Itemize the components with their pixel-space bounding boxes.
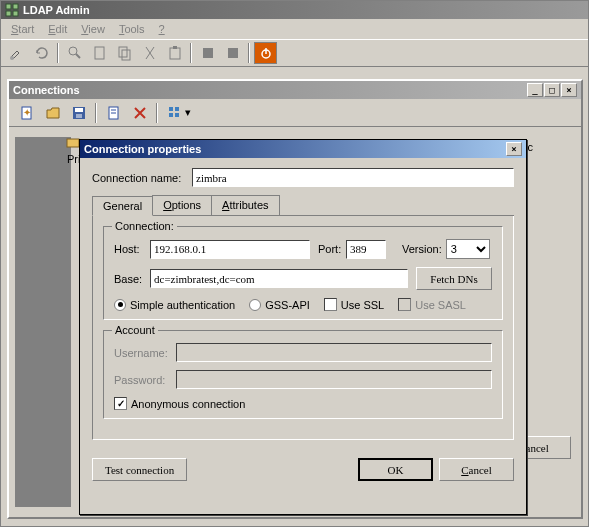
separator: [156, 103, 158, 123]
minimize-button[interactable]: _: [527, 83, 543, 97]
menu-start[interactable]: Start: [5, 21, 40, 37]
port-label: Port:: [318, 243, 346, 255]
account-legend: Account: [112, 324, 158, 336]
test-connection-button[interactable]: Test connection: [92, 458, 187, 481]
new-conn-icon[interactable]: ✦: [15, 102, 38, 124]
tb-search-icon[interactable]: [63, 42, 86, 64]
svg-point-4: [10, 56, 14, 60]
tb-power-icon[interactable]: [254, 42, 277, 64]
svg-rect-11: [173, 46, 177, 49]
anonymous-checkbox[interactable]: Anonymous connection: [114, 397, 245, 410]
connection-name-input[interactable]: [192, 168, 514, 187]
delete-icon[interactable]: [128, 102, 151, 124]
separator: [190, 43, 192, 63]
tb-stop2-icon[interactable]: [221, 42, 244, 64]
tabs: General Options Attributes: [92, 195, 514, 216]
tab-panel-general: Connection: Host: Port: Version: 3 Base:: [92, 216, 514, 440]
base-label: Base:: [114, 273, 150, 285]
svg-rect-9: [122, 50, 130, 60]
use-sasl-label: Use SASL: [415, 299, 466, 311]
close-button[interactable]: ×: [561, 83, 577, 97]
main-window: LDAP Admin Start Edit View Tools ? Conne…: [0, 0, 589, 527]
dialog-close-button[interactable]: ×: [506, 142, 522, 156]
anonymous-label: Anonymous connection: [131, 398, 245, 410]
ok-button[interactable]: OK: [358, 458, 433, 481]
dialog-title: Connection properties: [84, 143, 201, 155]
tb-connect-icon[interactable]: [5, 42, 28, 64]
separator: [57, 43, 59, 63]
base-input[interactable]: [150, 269, 408, 288]
menu-view[interactable]: View: [75, 21, 111, 37]
svg-point-5: [69, 47, 77, 55]
view-grid-icon[interactable]: ▾: [163, 102, 195, 124]
use-ssl-checkbox[interactable]: Use SSL: [324, 298, 384, 311]
svg-rect-8: [119, 47, 127, 57]
dialog-buttons: Test connection OK Cancel: [80, 450, 526, 491]
username-label: Username:: [114, 347, 176, 359]
checkbox-icon: [398, 298, 411, 311]
svg-rect-2: [6, 11, 11, 16]
connection-legend: Connection:: [112, 220, 177, 232]
connections-title: Connections: [13, 84, 80, 96]
tab-options[interactable]: Options: [152, 195, 212, 215]
connections-titlebar: Connections _ □ ×: [9, 81, 581, 99]
tab-attributes[interactable]: Attributes: [211, 195, 279, 215]
tb-cut-icon[interactable]: [138, 42, 161, 64]
tb-copy-icon[interactable]: [113, 42, 136, 64]
separator: [248, 43, 250, 63]
radio-dot-icon: [249, 299, 261, 311]
fetch-dns-button[interactable]: Fetch DNs: [416, 267, 492, 290]
svg-rect-30: [67, 139, 79, 147]
menu-edit[interactable]: Edit: [42, 21, 73, 37]
menu-tools[interactable]: Tools: [113, 21, 151, 37]
host-input[interactable]: [150, 240, 310, 259]
maximize-button[interactable]: □: [544, 83, 560, 97]
radio-dot-icon: [114, 299, 126, 311]
svg-rect-26: [169, 107, 173, 111]
svg-rect-29: [175, 113, 179, 117]
svg-rect-22: [76, 114, 82, 118]
svg-rect-27: [175, 107, 179, 111]
version-label: Version:: [402, 243, 442, 255]
dialog-titlebar: Connection properties ×: [80, 140, 526, 158]
use-ssl-label: Use SSL: [341, 299, 384, 311]
connection-properties-dialog: Connection properties × Connection name:…: [79, 139, 527, 515]
tb-stop1-icon[interactable]: [196, 42, 219, 64]
svg-line-6: [76, 54, 80, 58]
cancel-button[interactable]: Cancel: [439, 458, 514, 481]
tb-refresh-icon[interactable]: [30, 42, 53, 64]
separator: [95, 103, 97, 123]
port-input[interactable]: [346, 240, 386, 259]
svg-text:✦: ✦: [23, 107, 31, 118]
use-sasl-checkbox: Use SASL: [398, 298, 466, 311]
checkbox-icon: [114, 397, 127, 410]
checkbox-icon: [324, 298, 337, 311]
save-disk-icon[interactable]: [67, 102, 90, 124]
auth-simple-radio[interactable]: Simple authentication: [114, 299, 235, 311]
open-folder-icon[interactable]: [41, 102, 64, 124]
main-toolbar: [1, 39, 588, 67]
svg-rect-21: [75, 108, 83, 112]
username-input: [176, 343, 492, 362]
tab-general[interactable]: General: [92, 196, 153, 216]
connection-name-label: Connection name:: [92, 172, 192, 184]
password-input: [176, 370, 492, 389]
svg-rect-1: [13, 4, 18, 9]
account-group: Account Username: Password: Anonymous co…: [103, 330, 503, 419]
app-title: LDAP Admin: [23, 4, 90, 16]
connection-group: Connection: Host: Port: Version: 3 Base:: [103, 226, 503, 320]
svg-rect-3: [13, 11, 18, 16]
left-pane: [15, 137, 71, 507]
version-select[interactable]: 3: [446, 239, 490, 259]
host-label: Host:: [114, 243, 150, 255]
svg-rect-12: [203, 48, 213, 58]
menu-help[interactable]: ?: [153, 21, 171, 37]
app-icon: [5, 3, 19, 17]
properties-icon[interactable]: [102, 102, 125, 124]
menubar: Start Edit View Tools ?: [1, 19, 588, 39]
tb-paste-icon[interactable]: [163, 42, 186, 64]
right-char: c: [528, 141, 534, 153]
auth-gss-radio[interactable]: GSS-API: [249, 299, 310, 311]
tb-doc-icon[interactable]: [88, 42, 111, 64]
svg-rect-0: [6, 4, 11, 9]
